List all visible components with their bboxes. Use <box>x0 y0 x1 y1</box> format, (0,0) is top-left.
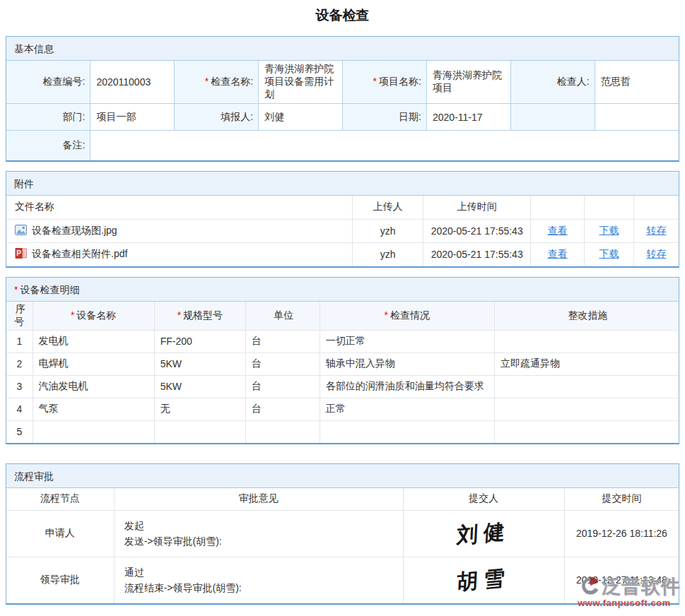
action-header-empty <box>633 196 679 220</box>
inspection-status-cell: 一切正常 <box>320 330 494 353</box>
action-header-empty <box>585 196 633 220</box>
basic-info-row-2: 部门: 项目一部 填报人: 刘健 日期: 2020-11-17 <box>6 104 679 131</box>
basic-info-table: 检查编号: 2020110003 *检查名称: 青海洪湖养护院项目设备需用计划 … <box>6 61 679 160</box>
attachment-row: P 设备检查相关附件.pdf yzh 2020-05-21 17:55:43 查… <box>6 243 679 266</box>
inspection-status-header: *检查情况 <box>320 302 494 331</box>
unit-header: 单位 <box>246 302 320 331</box>
inspection-name-value: 青海洪湖养护院项目设备需用计划 <box>259 61 343 104</box>
seq-header: 序号 <box>6 302 33 331</box>
inspection-status-cell: 正常 <box>320 398 494 420</box>
inspection-name-label: *检查名称: <box>175 61 259 104</box>
fanpu-url-text: www.fanpusoft.com <box>568 598 681 608</box>
inspection-status-cell: 各部位的润滑油质和油量均符合要求 <box>320 375 494 398</box>
inspection-details-section-title: *设备检查明细 <box>6 278 679 302</box>
unit-cell: 台 <box>246 353 320 375</box>
corrective-action-cell <box>494 330 679 353</box>
attachments-section-title: 附件 <box>6 172 679 196</box>
approval-header-row: 流程节点 审批意见 提交人 提交时间 <box>6 488 679 510</box>
unit-cell <box>246 420 320 443</box>
corrective-action-cell: 立即疏通异物 <box>494 353 679 375</box>
empty-value <box>595 104 679 131</box>
required-mark: * <box>205 76 209 87</box>
equipment-name-cell <box>33 420 154 443</box>
attachment-row: 设备检查现场图.jpg yzh 2020-05-21 17:55:43 查看 下… <box>6 220 679 243</box>
submit-time-cell: 2019-12-26 18:11:26 <box>564 510 679 557</box>
corrective-action-header: 整改措施 <box>494 302 679 331</box>
uploader-header: 上传人 <box>353 196 423 220</box>
submitter-signature: 胡雪 <box>456 563 511 597</box>
submitter-header: 提交人 <box>403 488 564 510</box>
save-as-link[interactable]: 转存 <box>646 225 666 236</box>
project-name-label: *项目名称: <box>343 61 427 104</box>
inspector-label: 检查人: <box>510 61 595 104</box>
basic-info-section: 基本信息 检查编号: 2020110003 *检查名称: 青海洪湖养护院项目设备… <box>6 36 679 162</box>
opinion-line: 流程结束->领导审批(胡雪): <box>124 580 397 596</box>
spec-model-cell: 无 <box>154 398 245 420</box>
image-file-icon <box>15 224 27 238</box>
equipment-name-header: *设备名称 <box>33 302 154 331</box>
corrective-action-cell <box>494 420 679 443</box>
spec-model-header: *规格型号 <box>154 302 245 331</box>
action-header-empty <box>531 196 585 220</box>
details-row: 5 <box>6 420 679 443</box>
basic-info-section-title: 基本信息 <box>6 37 679 61</box>
download-link[interactable]: 下载 <box>599 248 619 259</box>
filler-label: 填报人: <box>175 104 259 131</box>
page: 设备检查 基本信息 检查编号: 2020110003 *检查名称: 青海洪湖养护… <box>0 0 685 605</box>
inspection-details-table: 序号 *设备名称 *规格型号 单位 *检查情况 整改措施 1 发电机 FF-20… <box>6 302 679 444</box>
approval-section-title: 流程审批 <box>6 464 679 488</box>
inspection-details-section: *设备检查明细 序号 *设备名称 *规格型号 单位 *检查情况 整改措施 1 发… <box>6 277 679 445</box>
file-name: 设备检查相关附件.pdf <box>32 248 127 261</box>
department-label: 部门: <box>6 104 90 131</box>
fanpu-logo-icon <box>581 576 599 597</box>
empty-label <box>510 104 595 131</box>
corrective-action-cell <box>494 375 679 398</box>
flow-node-header: 流程节点 <box>6 488 114 510</box>
spec-model-cell: 5KW <box>154 375 245 398</box>
approval-row: 申请人 发起 发送->领导审批(胡雪): 刘健 2019-12-26 18:11… <box>6 510 679 557</box>
remark-label: 备注: <box>6 131 90 160</box>
file-name-header: 文件名称 <box>6 196 353 220</box>
inspection-no-label: 检查编号: <box>6 61 90 104</box>
unit-cell: 台 <box>246 398 320 420</box>
details-header-row: 序号 *设备名称 *规格型号 单位 *检查情况 整改措施 <box>6 302 679 331</box>
details-row: 3 汽油发电机 5KW 台 各部位的润滑油质和油量均符合要求 <box>6 375 679 398</box>
spec-model-cell <box>154 420 245 443</box>
opinion-line: 发起 <box>124 518 397 533</box>
approval-opinion-cell: 发起 发送->领导审批(胡雪): <box>114 510 403 557</box>
attachments-section: 附件 文件名称 上传人 上传时间 设 <box>6 171 679 268</box>
file-uploader: yzh <box>353 243 423 266</box>
file-upload-time: 2020-05-21 17:55:43 <box>423 243 531 266</box>
flow-node-cell: 领导审批 <box>6 557 114 603</box>
fanpu-watermark: 泛普软件 www.fanpusoft.com <box>568 576 681 608</box>
department-value: 项目一部 <box>90 104 175 131</box>
view-link[interactable]: 查看 <box>548 225 568 236</box>
submitter-signature: 刘健 <box>456 516 511 550</box>
file-uploader: yzh <box>353 220 423 243</box>
view-link[interactable]: 查看 <box>548 248 568 259</box>
approval-opinion-cell: 通过 流程结束->领导审批(胡雪): <box>114 557 403 603</box>
flow-node-cell: 申请人 <box>6 510 114 557</box>
required-mark: * <box>14 284 18 295</box>
seq-cell: 3 <box>6 375 33 398</box>
equipment-name-cell: 汽油发电机 <box>33 375 154 398</box>
corrective-action-cell <box>494 398 679 420</box>
unit-cell: 台 <box>246 375 320 398</box>
date-label: 日期: <box>343 104 427 131</box>
upload-time-header: 上传时间 <box>423 196 531 220</box>
details-row: 2 电焊机 5KW 台 轴承中混入异物 立即疏通异物 <box>6 353 679 375</box>
attachments-table: 文件名称 上传人 上传时间 设备检查现场图.jpg yzh 2020 <box>6 196 679 266</box>
file-upload-time: 2020-05-21 17:55:43 <box>423 220 531 243</box>
opinion-line: 通过 <box>124 564 397 580</box>
opinion-line: 发送->领导审批(胡雪): <box>124 533 397 549</box>
download-link[interactable]: 下载 <box>599 225 619 236</box>
save-as-link[interactable]: 转存 <box>646 248 666 259</box>
date-value: 2020-11-17 <box>426 104 510 131</box>
seq-cell: 1 <box>6 330 33 353</box>
inspection-status-cell: 轴承中混入异物 <box>320 353 494 375</box>
ppt-file-icon: P <box>15 247 27 261</box>
svg-text:P: P <box>16 250 21 258</box>
spec-model-cell: 5KW <box>154 353 245 375</box>
details-row: 1 发电机 FF-200 台 一切正常 <box>6 330 679 353</box>
equipment-name-cell: 发电机 <box>33 330 154 353</box>
